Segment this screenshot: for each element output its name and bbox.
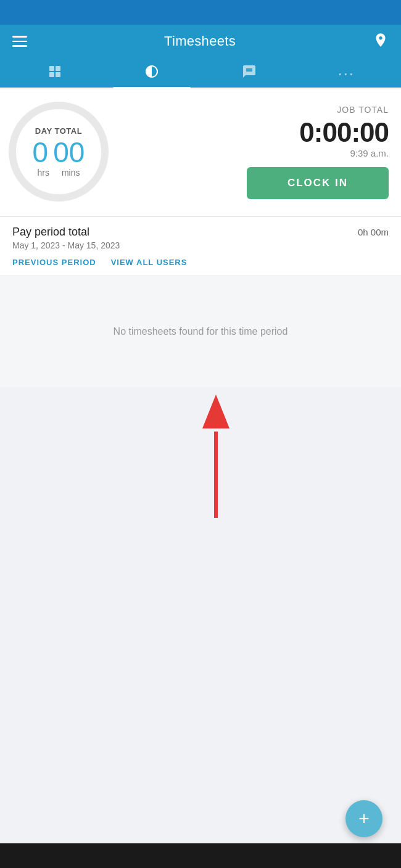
add-button[interactable]: + xyxy=(345,800,382,837)
current-time: 9:39 a.m. xyxy=(350,148,389,158)
pay-period-title: Pay period total xyxy=(12,226,89,239)
add-icon: + xyxy=(358,809,370,828)
clock-section: DAY TOTAL 0 00 hrs mins JOB TOTAL 0:00:0… xyxy=(0,89,401,216)
status-bar xyxy=(0,0,401,25)
arrow-head xyxy=(202,395,229,428)
empty-state: No timesheets found for this time period xyxy=(0,276,401,387)
tab-timeclock[interactable] xyxy=(104,58,201,88)
pay-period-row: Pay period total 0h 00m xyxy=(12,226,389,239)
grid-icon xyxy=(48,64,62,83)
top-nav: Timesheets xyxy=(0,25,401,58)
tab-bar: ··· xyxy=(0,58,401,88)
job-total-time: 0:00:00 xyxy=(299,117,389,148)
mins-label: mins xyxy=(62,168,80,178)
page-title: Timesheets xyxy=(164,33,236,49)
svg-rect-0 xyxy=(49,66,54,71)
view-all-users-link[interactable]: VIEW ALL USERS xyxy=(111,258,188,267)
pay-period-dates: May 1, 2023 - May 15, 2023 xyxy=(12,240,389,250)
hrs-label: hrs xyxy=(37,168,49,178)
arrow-line xyxy=(214,432,218,518)
halfcircle-icon xyxy=(144,64,159,83)
svg-rect-3 xyxy=(56,72,60,77)
empty-state-message: No timesheets found for this time period xyxy=(114,326,288,337)
day-total-circle: DAY TOTAL 0 00 hrs mins xyxy=(6,99,111,204)
day-total-units: hrs mins xyxy=(33,168,85,178)
pay-period-section: Pay period total 0h 00m May 1, 2023 - Ma… xyxy=(0,217,401,276)
day-total-values: 0 00 xyxy=(33,138,85,166)
day-total-hours: 0 xyxy=(33,138,49,166)
svg-rect-1 xyxy=(56,66,60,71)
previous-period-link[interactable]: PREVIOUS PERIOD xyxy=(12,258,96,267)
chat-icon xyxy=(242,64,257,83)
clock-in-button[interactable]: CLOCK IN xyxy=(247,167,389,199)
day-total-minutes: 00 xyxy=(53,138,85,166)
menu-button[interactable] xyxy=(12,36,27,47)
tab-messages[interactable] xyxy=(200,58,298,88)
pay-period-total: 0h 00m xyxy=(358,227,389,237)
clock-right: JOB TOTAL 0:00:00 9:39 a.m. CLOCK IN xyxy=(123,105,389,199)
tab-more[interactable]: ··· xyxy=(298,59,395,86)
location-icon[interactable] xyxy=(373,32,389,51)
annotation-arrow xyxy=(197,395,234,518)
day-total-inner: DAY TOTAL 0 00 hrs mins xyxy=(33,126,85,178)
svg-rect-2 xyxy=(49,72,54,77)
ellipsis-icon: ··· xyxy=(337,65,355,81)
bottom-bar xyxy=(0,843,401,868)
day-total-label: DAY TOTAL xyxy=(33,126,85,136)
tab-dashboard[interactable] xyxy=(6,58,104,88)
pay-period-links: PREVIOUS PERIOD VIEW ALL USERS xyxy=(12,258,389,267)
job-total-label: JOB TOTAL xyxy=(337,105,389,115)
